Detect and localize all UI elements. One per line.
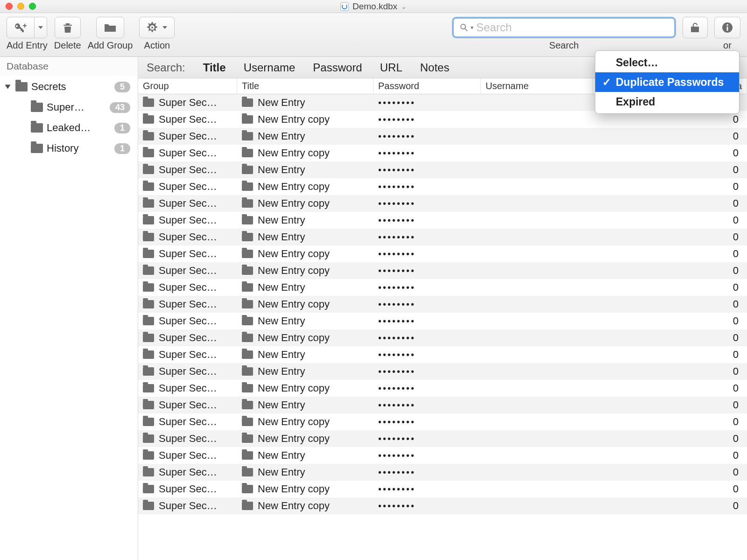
- column-header-username[interactable]: Username: [481, 78, 593, 94]
- table-row[interactable]: Super Sec…New Entry copy••••••••0: [138, 195, 747, 212]
- disclosure-triangle-icon[interactable]: [5, 85, 11, 89]
- filter-option[interactable]: Title: [203, 61, 226, 74]
- table-row[interactable]: Super Sec…New Entry copy••••••••0: [138, 497, 747, 514]
- folder-icon: [242, 418, 253, 426]
- folder-icon: [242, 199, 253, 208]
- folder-icon: [242, 384, 253, 392]
- cell-title: New Entry: [258, 164, 305, 176]
- table-row[interactable]: Super Sec…New Entry copy••••••••0: [138, 430, 747, 447]
- table-row[interactable]: Super Sec…New Entry copy••••••••0: [138, 329, 747, 346]
- filter-option[interactable]: URL: [380, 61, 402, 74]
- sidebar-root-secrets[interactable]: Secrets 5: [5, 77, 133, 97]
- cell-password: ••••••••: [378, 282, 416, 293]
- table-row[interactable]: Super Sec…New Entry copy••••••••0: [138, 145, 747, 161]
- cell-attachments: 0: [719, 197, 747, 210]
- table-row[interactable]: Super Sec…New Entry••••••••0: [138, 363, 747, 380]
- folder-icon: [143, 350, 154, 359]
- folder-icon: [242, 434, 253, 443]
- sidebar-root-label: Secrets: [31, 81, 111, 93]
- table-row[interactable]: Super Sec…New Entry copy••••••••0: [138, 178, 747, 195]
- sidebar-item[interactable]: History1: [5, 138, 133, 159]
- search-options-caret-icon[interactable]: ▾: [471, 24, 473, 31]
- count-badge: 1: [114, 143, 130, 154]
- filter-option[interactable]: Username: [244, 61, 296, 74]
- cell-password: ••••••••: [378, 249, 416, 259]
- add-entry-menu-button[interactable]: [34, 17, 47, 38]
- folder-icon: [143, 149, 154, 157]
- cell-title: New Entry: [258, 315, 305, 327]
- zoom-window-button[interactable]: [29, 3, 36, 10]
- menu-item[interactable]: Select…: [595, 53, 739, 72]
- column-header-title[interactable]: Title: [237, 78, 374, 94]
- table-row[interactable]: Super Sec…New Entry••••••••0: [138, 346, 747, 363]
- sidebar-item[interactable]: Leaked…1: [5, 118, 133, 138]
- cell-title: New Entry copy: [258, 332, 330, 344]
- table-row[interactable]: Super Sec…New Entry copy••••••••0: [138, 245, 747, 262]
- cell-title: New Entry copy: [258, 298, 330, 310]
- table-row[interactable]: Super Sec…New Entry copy••••••••0: [138, 380, 747, 397]
- table-row[interactable]: Super Sec…New Entry••••••••0: [138, 464, 747, 481]
- table-row[interactable]: Super Sec…New Entry••••••••0: [138, 313, 747, 329]
- cell-attachments: 0: [719, 113, 747, 126]
- add-group-button[interactable]: [96, 17, 124, 38]
- title-dropdown-icon[interactable]: ⌄: [401, 3, 407, 10]
- search-input[interactable]: [476, 21, 669, 34]
- menu-item[interactable]: ✓Duplicate Passwords: [595, 72, 739, 92]
- table-row[interactable]: Super Sec…New Entry copy••••••••0: [138, 481, 747, 497]
- cell-password: ••••••••: [378, 501, 416, 511]
- folder-icon: [143, 502, 154, 510]
- cell-password: ••••••••: [378, 450, 416, 461]
- sidebar-item[interactable]: Super…43: [5, 97, 133, 118]
- cell-title: New Entry: [258, 214, 305, 226]
- cell-title: New Entry: [258, 231, 305, 243]
- cell-title: New Entry copy: [258, 416, 330, 428]
- minimize-window-button[interactable]: [17, 3, 24, 10]
- cell-password: ••••••••: [378, 417, 416, 427]
- add-entry-button[interactable]: [7, 17, 34, 38]
- table-row[interactable]: Super Sec…New Entry copy••••••••0: [138, 262, 747, 279]
- action-button[interactable]: [139, 17, 175, 38]
- table-row[interactable]: Super Sec…New Entry copy••••••••0: [138, 296, 747, 313]
- column-header-password[interactable]: Password: [374, 78, 481, 94]
- menu-item-label: Expired: [616, 96, 655, 108]
- folder-icon: [242, 300, 253, 308]
- menu-item-label: Duplicate Passwords: [616, 76, 724, 89]
- cell-group: Super Sec…: [159, 416, 217, 428]
- cell-attachments: 0: [719, 147, 747, 159]
- table-row[interactable]: Super Sec…New Entry••••••••0: [138, 447, 747, 464]
- filter-option[interactable]: Password: [313, 61, 362, 74]
- delete-button[interactable]: [55, 17, 81, 38]
- trash-icon: [62, 21, 74, 34]
- table-row[interactable]: Super Sec…New Entry••••••••0: [138, 397, 747, 413]
- folder-icon: [242, 334, 253, 342]
- cell-title: New Entry: [258, 349, 305, 361]
- count-badge: 43: [110, 102, 130, 113]
- table-row[interactable]: Super Sec…New Entry••••••••0: [138, 128, 747, 145]
- sidebar-item-label: History: [47, 142, 111, 154]
- sidebar: Database Secrets 5 Super…43Leaked…1Histo…: [0, 57, 138, 560]
- menu-item[interactable]: Expired: [595, 92, 739, 112]
- add-group-label: Add Group: [88, 40, 133, 51]
- close-window-button[interactable]: [6, 3, 13, 10]
- filter-option[interactable]: Notes: [420, 61, 450, 74]
- table-row[interactable]: Super Sec…New Entry••••••••0: [138, 229, 747, 245]
- cell-group: Super Sec…: [159, 181, 217, 193]
- table-row[interactable]: Super Sec…New Entry copy••••••••0: [138, 413, 747, 430]
- table-row[interactable]: Super Sec…New Entry••••••••0: [138, 161, 747, 178]
- folder-icon: [143, 384, 154, 392]
- table-row[interactable]: Super Sec…New Entry••••••••0: [138, 279, 747, 296]
- action-label: Action: [144, 40, 170, 51]
- cell-attachments: 0: [719, 281, 747, 294]
- table-row[interactable]: Super Sec…New Entry••••••••0: [138, 212, 747, 229]
- cell-group: Super Sec…: [159, 265, 217, 277]
- cell-group: Super Sec…: [159, 382, 217, 394]
- lock-button[interactable]: [683, 17, 708, 38]
- column-header-group[interactable]: Group: [138, 78, 237, 94]
- folder-icon: [143, 434, 154, 443]
- cell-title: New Entry copy: [258, 248, 330, 260]
- inspector-button[interactable]: [714, 17, 740, 38]
- search-input-wrapper[interactable]: ▾: [452, 17, 676, 38]
- folder-icon: [242, 401, 253, 409]
- cell-title: New Entry copy: [258, 433, 330, 445]
- cell-password: ••••••••: [378, 400, 416, 411]
